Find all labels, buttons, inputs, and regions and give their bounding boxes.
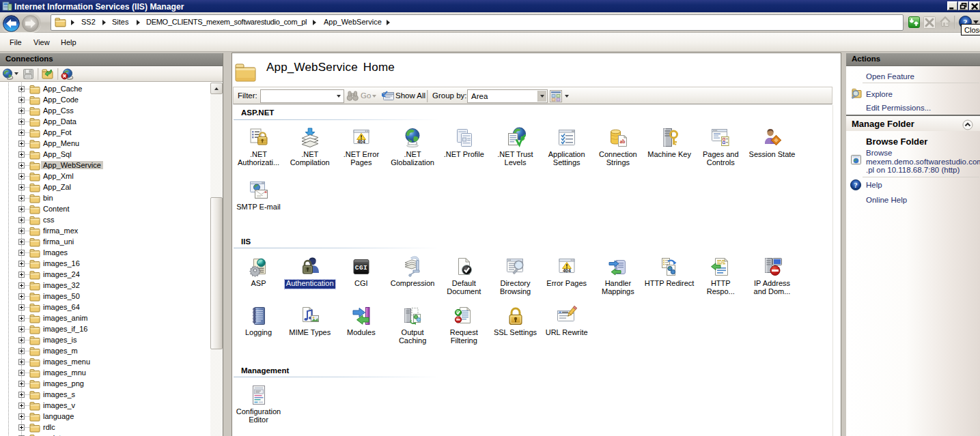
- svg-text:CGI: CGI: [355, 264, 368, 272]
- svg-text:ab: ab: [619, 139, 625, 145]
- svg-text:?: ?: [854, 181, 857, 189]
- svg-text:404: 404: [357, 139, 365, 144]
- svg-text:404: 404: [563, 268, 571, 273]
